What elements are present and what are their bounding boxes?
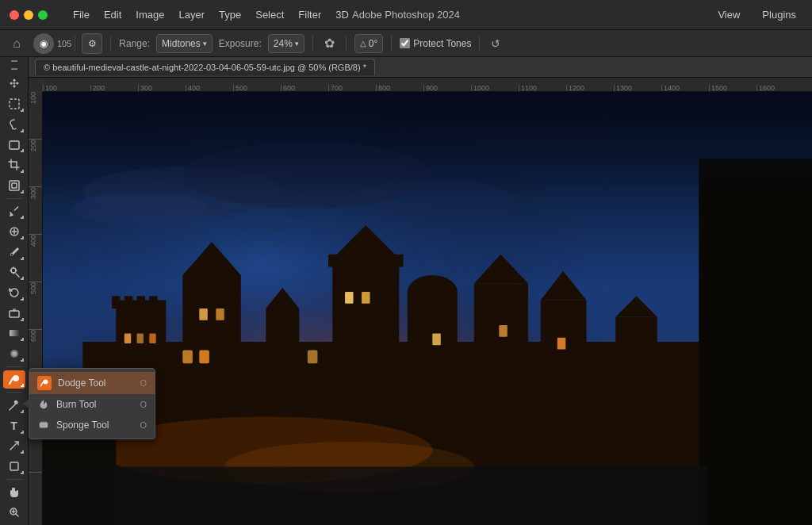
ruler-horizontal: 100 200 300 400 500 600 700 800 900 1000… bbox=[29, 78, 812, 92]
tool-frame[interactable] bbox=[3, 176, 25, 195]
tool-sep-1 bbox=[6, 198, 22, 199]
svg-rect-14 bbox=[43, 92, 812, 525]
tool-shape[interactable] bbox=[3, 457, 25, 476]
svg-rect-36 bbox=[474, 284, 528, 359]
angle-value: 0° bbox=[369, 38, 377, 49]
canvas-image bbox=[43, 92, 812, 525]
tool-history[interactable] bbox=[3, 283, 25, 302]
separator-4 bbox=[346, 36, 347, 52]
tool-brush[interactable] bbox=[3, 243, 25, 262]
flyout-triangle bbox=[23, 399, 29, 408]
flyout-item-dodge[interactable]: Dodge Tool O bbox=[29, 372, 155, 394]
ruler-mark-v: 200 bbox=[29, 140, 42, 187]
minimize-button[interactable] bbox=[24, 10, 33, 20]
ruler-mark-h: 500 bbox=[233, 85, 281, 91]
toolbar-collapse[interactable] bbox=[11, 60, 17, 70]
menu-3d[interactable]: 3D bbox=[329, 6, 355, 23]
svg-marker-63 bbox=[699, 159, 812, 275]
svg-point-10 bbox=[13, 375, 19, 381]
tool-move[interactable] bbox=[3, 75, 25, 94]
tool-zoom[interactable] bbox=[3, 503, 25, 522]
menu-file[interactable]: File bbox=[67, 6, 96, 23]
airbrush-button[interactable]: ✿ bbox=[321, 36, 338, 51]
svg-point-67 bbox=[44, 380, 48, 385]
menu-select[interactable]: Select bbox=[249, 6, 290, 23]
ruler-marks-h: 100 200 300 400 500 600 700 800 900 1000… bbox=[43, 78, 804, 91]
flyout-sponge-label: Sponge Tool bbox=[56, 420, 109, 431]
menu-edit[interactable]: Edit bbox=[98, 6, 128, 23]
svg-rect-30 bbox=[345, 255, 354, 267]
ruler-mark-h: 700 bbox=[328, 85, 376, 91]
menu-image[interactable]: Image bbox=[129, 6, 170, 23]
reset-button[interactable]: ↺ bbox=[488, 37, 504, 50]
tool-selection[interactable] bbox=[3, 94, 25, 113]
tool-clone[interactable] bbox=[3, 263, 25, 282]
ruler-mark-h: 900 bbox=[423, 85, 471, 91]
tool-blur[interactable] bbox=[3, 344, 25, 363]
tool-options: ⚙ bbox=[82, 33, 102, 54]
separator-3 bbox=[312, 36, 313, 52]
tool-gradient[interactable] bbox=[3, 324, 25, 343]
svg-point-20 bbox=[349, 179, 515, 221]
range-dropdown[interactable]: Midtones ▾ bbox=[156, 34, 213, 53]
tool-preset: ◉ 105 bbox=[33, 33, 75, 54]
tool-preset-picker[interactable]: ◉ bbox=[33, 33, 54, 54]
menu-type[interactable]: Type bbox=[213, 6, 247, 23]
tool-pen[interactable] bbox=[3, 396, 25, 415]
tool-object-select[interactable] bbox=[3, 136, 25, 155]
canvas[interactable] bbox=[43, 92, 812, 525]
tab-bar: © beautiful-medieval-castle-at-night-202… bbox=[29, 57, 812, 78]
protect-tones-checkbox[interactable]: Protect Tones bbox=[400, 38, 471, 49]
exposure-dropdown[interactable]: 24% ▾ bbox=[268, 34, 304, 53]
tool-dodge[interactable] bbox=[3, 370, 25, 389]
menu-plugins[interactable]: Plugins bbox=[756, 6, 802, 23]
menu-filter[interactable]: Filter bbox=[292, 6, 327, 23]
svg-rect-47 bbox=[124, 334, 131, 344]
flyout-item-sponge[interactable]: Sponge Tool O bbox=[29, 415, 155, 435]
tool-sep-4 bbox=[6, 479, 22, 480]
ruler-mark-h: 300 bbox=[138, 85, 186, 91]
svg-rect-6 bbox=[10, 311, 19, 317]
canvas-area: © beautiful-medieval-castle-at-night-202… bbox=[29, 57, 812, 525]
flyout-item-burn[interactable]: Burn Tool O bbox=[29, 394, 155, 415]
ruler-mark-h: 1200 bbox=[566, 85, 614, 91]
tool-eraser[interactable] bbox=[3, 304, 25, 323]
svg-point-9 bbox=[12, 351, 17, 356]
range-value: Midtones bbox=[162, 38, 201, 49]
tool-path-select[interactable] bbox=[3, 437, 25, 456]
right-menus: View Plugins bbox=[711, 6, 802, 23]
maximize-button[interactable] bbox=[38, 10, 48, 20]
menu-layer[interactable]: Layer bbox=[173, 6, 212, 23]
separator-6 bbox=[479, 36, 480, 52]
tool-crop[interactable] bbox=[3, 155, 25, 174]
svg-point-5 bbox=[11, 268, 16, 273]
angle-input[interactable]: △ 0° bbox=[354, 34, 383, 53]
svg-rect-51 bbox=[216, 308, 224, 320]
flyout-sponge-shortcut: O bbox=[140, 420, 147, 430]
close-button[interactable] bbox=[10, 10, 19, 20]
tool-eyedropper[interactable] bbox=[3, 202, 25, 221]
menu-view[interactable]: View bbox=[711, 6, 746, 23]
svg-marker-39 bbox=[541, 271, 587, 301]
flyout-dodge-label: Dodge Tool bbox=[58, 377, 106, 389]
tool-type[interactable]: T bbox=[3, 416, 25, 435]
tool-flyout-menu: Dodge Tool O Burn Tool O Sponge Tool O bbox=[29, 368, 155, 439]
ruler-mark-v: 100 bbox=[29, 92, 42, 140]
tool-hand[interactable] bbox=[3, 483, 25, 502]
range-label: Range: bbox=[119, 38, 150, 49]
tool-healing[interactable] bbox=[3, 222, 25, 241]
svg-rect-12 bbox=[10, 462, 18, 470]
chevron-down-icon-2: ▾ bbox=[295, 40, 299, 48]
svg-rect-57 bbox=[432, 334, 441, 346]
protect-tones-input[interactable] bbox=[400, 38, 410, 48]
svg-marker-28 bbox=[332, 225, 399, 259]
main-area: T © beautiful-medieval-castle-at-night-2… bbox=[0, 57, 812, 525]
document-tab[interactable]: © beautiful-medieval-castle-at-night-202… bbox=[35, 59, 375, 75]
brush-settings-button[interactable]: ⚙ bbox=[82, 33, 102, 54]
tool-lasso[interactable] bbox=[3, 115, 25, 134]
home-button[interactable]: ⌂ bbox=[6, 33, 27, 54]
ruler-mark-h: 1100 bbox=[519, 85, 566, 91]
svg-rect-48 bbox=[137, 334, 144, 344]
svg-rect-7 bbox=[10, 330, 19, 336]
svg-rect-25 bbox=[137, 296, 146, 308]
